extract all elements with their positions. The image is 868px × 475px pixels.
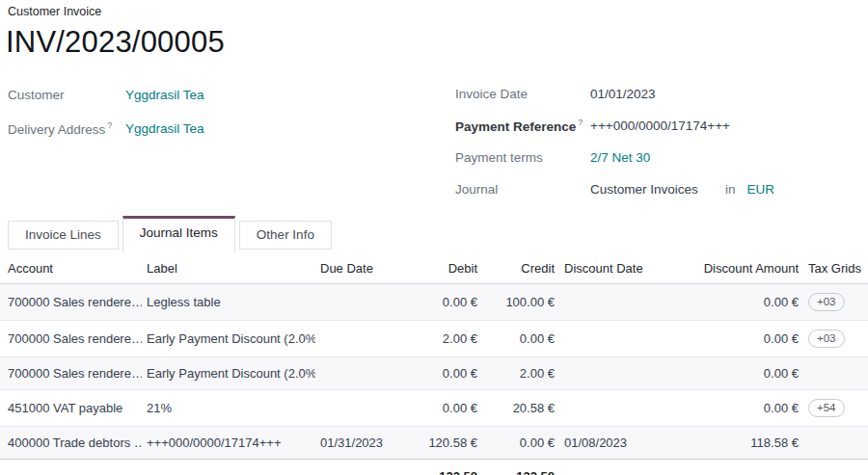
- tab-other-info[interactable]: Other Info: [239, 221, 332, 250]
- col-header-discount-date[interactable]: Discount Date: [559, 253, 670, 284]
- cell-credit[interactable]: 100.00 €: [482, 284, 559, 321]
- cell-credit[interactable]: 20.58 €: [482, 390, 559, 427]
- col-header-credit[interactable]: Credit: [482, 253, 559, 284]
- cell-credit[interactable]: 0.00 €: [482, 427, 559, 460]
- journal-value-group: Customer Invoices in EUR: [590, 182, 774, 197]
- table-row[interactable]: 451000 VAT payable 21% 0.00 € 20.58 € 0.…: [0, 390, 868, 427]
- tax-grid-badge: +03: [808, 293, 845, 311]
- journal-in-separator: in: [725, 182, 736, 197]
- page-title: INV/2023/00005: [0, 25, 868, 60]
- cell-discount-amount[interactable]: 0.00 €: [670, 390, 803, 427]
- table-row[interactable]: 700000 Sales rendere… Early Payment Disc…: [0, 357, 868, 390]
- journal-currency[interactable]: EUR: [747, 182, 775, 197]
- cell-discount-amount[interactable]: 0.00 €: [670, 357, 803, 390]
- total-credit: 122.58: [482, 460, 559, 475]
- table-row[interactable]: 400000 Trade debtors … +++000/0000/17174…: [0, 427, 868, 460]
- payment-reference-label: Payment Reference?: [455, 118, 590, 134]
- tab-journal-items[interactable]: Journal Items: [122, 216, 235, 252]
- notebook: Invoice Lines Journal Items Other Info A…: [0, 216, 868, 475]
- payment-terms-label: Payment terms: [455, 150, 590, 165]
- cell-due-date[interactable]: 01/31/2023: [315, 427, 400, 460]
- total-debit: 122.58: [400, 460, 482, 475]
- field-journal: Journal Customer Invoices in EUR: [455, 173, 868, 205]
- col-header-account[interactable]: Account: [0, 253, 142, 284]
- cell-credit[interactable]: 2.00 €: [482, 357, 559, 390]
- col-header-label[interactable]: Label: [142, 253, 315, 284]
- customer-value[interactable]: Yggdrasil Tea: [125, 88, 204, 102]
- cell-credit[interactable]: 0.00 €: [482, 321, 559, 357]
- cell-tax-grids[interactable]: [803, 427, 868, 460]
- invoice-date-value[interactable]: 01/01/2023: [590, 87, 656, 101]
- field-payment-reference: Payment Reference? +++000/0000/17174+++: [455, 110, 868, 142]
- cell-label[interactable]: Early Payment Discount (2.0%): [142, 321, 315, 357]
- invoice-date-label: Invoice Date: [455, 87, 590, 101]
- customer-label: Customer: [8, 88, 125, 102]
- fields-right-column: Invoice Date 01/01/2023 Payment Referenc…: [448, 78, 868, 205]
- cell-discount-amount[interactable]: 0.00 €: [670, 284, 803, 321]
- delivery-address-value[interactable]: Yggdrasil Tea: [125, 121, 204, 136]
- cell-account[interactable]: 700000 Sales rendere…: [0, 284, 142, 321]
- cell-discount-date[interactable]: [559, 321, 670, 357]
- help-question-icon: ?: [107, 120, 112, 130]
- col-header-tax-grids[interactable]: Tax Grids: [803, 253, 868, 284]
- cell-debit[interactable]: 0.00 €: [400, 390, 482, 427]
- tax-grid-badge: +03: [808, 330, 845, 348]
- cell-account[interactable]: 451000 VAT payable: [0, 390, 142, 427]
- field-invoice-date: Invoice Date 01/01/2023: [455, 78, 868, 110]
- tax-grid-badge: +54: [808, 399, 845, 417]
- cell-tax-grids[interactable]: +03: [803, 284, 868, 321]
- delivery-address-label: Delivery Address?: [8, 120, 125, 137]
- cell-account[interactable]: 400000 Trade debtors …: [0, 427, 142, 460]
- fields-left-column: Customer Yggdrasil Tea Delivery Address?…: [0, 78, 448, 205]
- cell-due-date[interactable]: [315, 357, 400, 390]
- col-header-due-date[interactable]: Due Date: [315, 253, 400, 284]
- cell-debit[interactable]: 2.00 €: [400, 321, 482, 357]
- col-header-debit[interactable]: Debit: [400, 253, 482, 284]
- cell-tax-grids[interactable]: +54: [803, 390, 868, 427]
- field-payment-terms: Payment terms 2/7 Net 30: [455, 142, 868, 173]
- cell-discount-date[interactable]: [559, 284, 670, 321]
- cell-discount-amount[interactable]: 118.58 €: [670, 427, 803, 460]
- breadcrumb[interactable]: Customer Invoice: [0, 5, 868, 18]
- cell-label[interactable]: Early Payment Discount (2.0%): [142, 357, 315, 390]
- cell-debit[interactable]: 0.00 €: [400, 284, 482, 321]
- tab-invoice-lines[interactable]: Invoice Lines: [8, 221, 119, 250]
- cell-label[interactable]: Legless table: [142, 284, 315, 321]
- cell-tax-grids[interactable]: +03: [803, 321, 868, 357]
- cell-due-date[interactable]: [315, 321, 400, 357]
- table-row[interactable]: 700000 Sales rendere… Legless table 0.00…: [0, 284, 868, 321]
- cell-due-date[interactable]: [315, 284, 400, 321]
- help-question-icon: ?: [578, 118, 583, 127]
- table-header-row: Account Label Due Date Debit Credit Disc…: [0, 253, 868, 284]
- invoice-fields: Customer Yggdrasil Tea Delivery Address?…: [0, 78, 868, 205]
- payment-reference-value[interactable]: +++000/0000/17174+++: [590, 119, 730, 133]
- cell-discount-date[interactable]: [559, 357, 670, 390]
- cell-account[interactable]: 700000 Sales rendere…: [0, 321, 142, 357]
- cell-due-date[interactable]: [315, 390, 400, 427]
- field-delivery-address: Delivery Address? Yggdrasil Tea: [8, 112, 448, 145]
- payment-terms-value[interactable]: 2/7 Net 30: [590, 150, 650, 165]
- cell-discount-date[interactable]: [559, 390, 670, 427]
- journal-value[interactable]: Customer Invoices: [590, 182, 725, 197]
- cell-discount-date[interactable]: 01/08/2023: [559, 427, 670, 460]
- cell-debit[interactable]: 0.00 €: [400, 357, 482, 390]
- notebook-tabs: Invoice Lines Journal Items Other Info: [0, 216, 868, 253]
- totals-row: 122.58 122.58: [0, 460, 868, 475]
- cell-account[interactable]: 700000 Sales rendere…: [0, 357, 142, 390]
- cell-debit[interactable]: 120.58 €: [400, 427, 482, 460]
- col-header-discount-amount[interactable]: Discount Amount: [670, 253, 803, 284]
- table-row[interactable]: 700000 Sales rendere… Early Payment Disc…: [0, 321, 868, 357]
- journal-label: Journal: [455, 182, 590, 197]
- journal-items-table: Account Label Due Date Debit Credit Disc…: [0, 253, 868, 475]
- cell-label[interactable]: 21%: [142, 390, 315, 427]
- cell-label[interactable]: +++000/0000/17174+++: [142, 427, 315, 460]
- field-customer: Customer Yggdrasil Tea: [8, 78, 448, 112]
- cell-discount-amount[interactable]: 0.00 €: [670, 321, 803, 357]
- invoice-form-page: Customer Invoice INV/2023/00005 Customer…: [0, 0, 868, 475]
- cell-tax-grids[interactable]: [803, 357, 868, 390]
